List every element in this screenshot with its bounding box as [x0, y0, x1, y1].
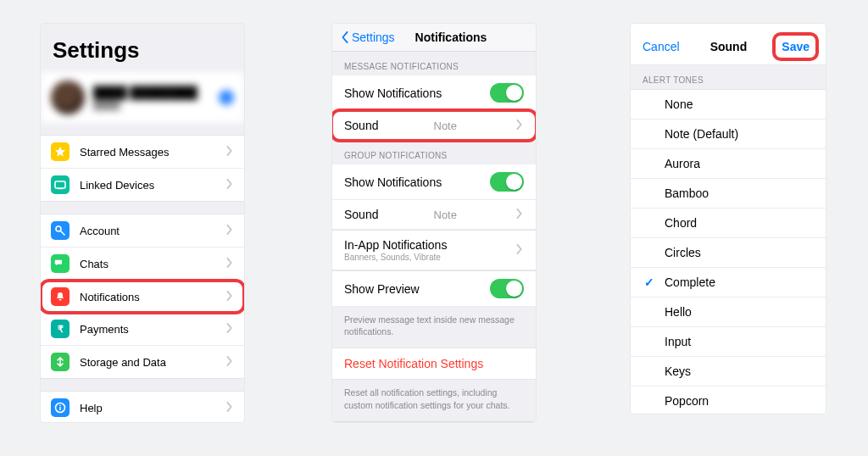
- section-header-group: GROUP NOTIFICATIONS: [332, 141, 536, 164]
- back-button[interactable]: Settings: [341, 31, 395, 44]
- row-label: Storage and Data: [80, 356, 166, 369]
- screen-settings: Settings ████ ████████ ████ Starred Mess…: [41, 24, 244, 422]
- tone-option[interactable]: Input: [631, 327, 826, 357]
- message-sound-row[interactable]: Sound Note: [332, 111, 536, 141]
- chevron-left-icon: [341, 31, 349, 43]
- save-button[interactable]: Save: [777, 37, 814, 56]
- svg-rect-0: [55, 181, 65, 188]
- group-show-notifications-row[interactable]: Show Notifications: [332, 164, 536, 200]
- row-label: Linked Devices: [80, 179, 154, 192]
- toggle[interactable]: [490, 279, 524, 298]
- bell-icon: [51, 287, 70, 306]
- page-title: Settings: [41, 24, 244, 72]
- row-label: Starred Messages: [80, 146, 170, 158]
- tone-option[interactable]: None: [631, 90, 826, 120]
- nav-title: Notifications: [415, 31, 487, 44]
- chevron-right-icon: [225, 402, 234, 414]
- row-label: Notifications: [80, 291, 140, 303]
- inapp-notifications-row[interactable]: In-App Notifications Banners, Sounds, Vi…: [332, 230, 536, 270]
- settings-row-notifications[interactable]: Notifications: [41, 279, 244, 314]
- svg-rect-5: [59, 407, 61, 410]
- tone-option[interactable]: Note (Default): [631, 120, 826, 149]
- svg-rect-1: [58, 188, 63, 189]
- navbar: Settings Notifications: [332, 24, 536, 52]
- tone-label: Bamboo: [665, 186, 709, 200]
- row-label: Chats: [80, 258, 108, 270]
- chevron-right-icon: [225, 291, 234, 303]
- screen-sound-picker: Cancel Sound Save ALERT TONES NoneNote (…: [631, 24, 826, 414]
- cancel-button[interactable]: Cancel: [643, 40, 680, 53]
- tone-label: Input: [665, 335, 691, 348]
- navbar: Cancel Sound Save: [631, 24, 826, 65]
- tone-label: Popcorn: [665, 394, 709, 408]
- row-value: Note: [434, 120, 457, 132]
- chevron-right-icon: [225, 146, 234, 158]
- row-label: Payments: [80, 323, 129, 336]
- toggle[interactable]: [490, 172, 524, 192]
- reset-notification-settings[interactable]: Reset Notification Settings: [332, 348, 536, 380]
- message-show-notifications-row[interactable]: Show Notifications: [332, 75, 536, 111]
- tone-label: Note (Default): [665, 127, 738, 141]
- row-sub: Banners, Sounds, Vibrate: [344, 253, 447, 262]
- tone-option[interactable]: Circles: [631, 238, 826, 268]
- chevron-right-icon: [225, 258, 234, 270]
- settings-row-storage[interactable]: Storage and Data: [41, 346, 244, 378]
- tone-option[interactable]: Hello: [631, 298, 826, 327]
- tone-label: Keys: [665, 364, 691, 378]
- settings-row-payments[interactable]: ₹Payments: [41, 313, 244, 346]
- group-sound-row[interactable]: Sound Note: [332, 200, 536, 230]
- row-label: Sound: [344, 119, 378, 132]
- nav-title: Sound: [710, 40, 748, 53]
- tone-label: Hello: [665, 305, 692, 319]
- section-header-alert-tones: ALERT TONES: [631, 65, 826, 89]
- tone-label: Circles: [665, 246, 701, 259]
- show-preview-row[interactable]: Show Preview: [332, 270, 536, 307]
- devices-icon: [51, 175, 70, 194]
- settings-row-linked[interactable]: Linked Devices: [41, 169, 244, 201]
- tab-bar: StatusCallsCameraChats16Settings: [332, 421, 536, 422]
- tone-option[interactable]: Bamboo: [631, 179, 826, 209]
- row-label: Show Notifications: [344, 175, 442, 189]
- toggle[interactable]: [490, 83, 524, 103]
- row-label: Sound: [344, 208, 378, 221]
- avatar: [51, 81, 85, 114]
- row-label: Show Notifications: [344, 86, 442, 100]
- settings-row-account[interactable]: Account: [41, 214, 244, 247]
- profile-name: ████ ████████: [93, 86, 198, 99]
- tone-option[interactable]: Chord: [631, 209, 826, 238]
- rupee-icon: ₹: [51, 320, 70, 338]
- chevron-right-icon: [515, 208, 524, 221]
- chevron-right-icon: [515, 119, 524, 132]
- footer-text: Reset all notification settings, includi…: [332, 380, 536, 420]
- screen-notifications: Settings Notifications MESSAGE NOTIFICAT…: [332, 24, 536, 422]
- qr-badge-icon[interactable]: [219, 90, 234, 105]
- tone-option[interactable]: Keys: [631, 357, 826, 386]
- row-value: Note: [434, 209, 457, 221]
- info-icon: [51, 398, 70, 417]
- storage-icon: [51, 353, 70, 371]
- star-icon: [51, 142, 70, 161]
- svg-text:₹: ₹: [58, 324, 64, 334]
- key-icon: [51, 221, 70, 240]
- chevron-right-icon: [225, 179, 234, 192]
- tone-label: Chord: [665, 216, 697, 230]
- section-header-message: MESSAGE NOTIFICATIONS: [332, 52, 536, 75]
- tone-label: Complete: [665, 275, 715, 289]
- profile-row[interactable]: ████ ████████ ████: [41, 72, 244, 123]
- tone-option[interactable]: ✓Complete: [631, 268, 826, 298]
- settings-row-starred[interactable]: Starred Messages: [41, 136, 244, 169]
- settings-row-chats[interactable]: Chats: [41, 247, 244, 281]
- back-label: Settings: [352, 31, 395, 44]
- tone-option[interactable]: Popcorn: [631, 386, 826, 414]
- checkmark-icon: ✓: [643, 275, 656, 289]
- row-label: Account: [80, 225, 120, 237]
- tone-option[interactable]: Aurora: [631, 149, 826, 179]
- footer-text: Preview message text inside new message …: [332, 307, 536, 348]
- chevron-right-icon: [225, 356, 234, 369]
- profile-sub: ████: [93, 99, 198, 109]
- row-label: In-App Notifications: [344, 238, 447, 252]
- chevron-right-icon: [515, 243, 524, 257]
- settings-row-help[interactable]: Help: [41, 392, 244, 422]
- svg-point-6: [59, 404, 61, 406]
- chat-icon: [51, 254, 70, 273]
